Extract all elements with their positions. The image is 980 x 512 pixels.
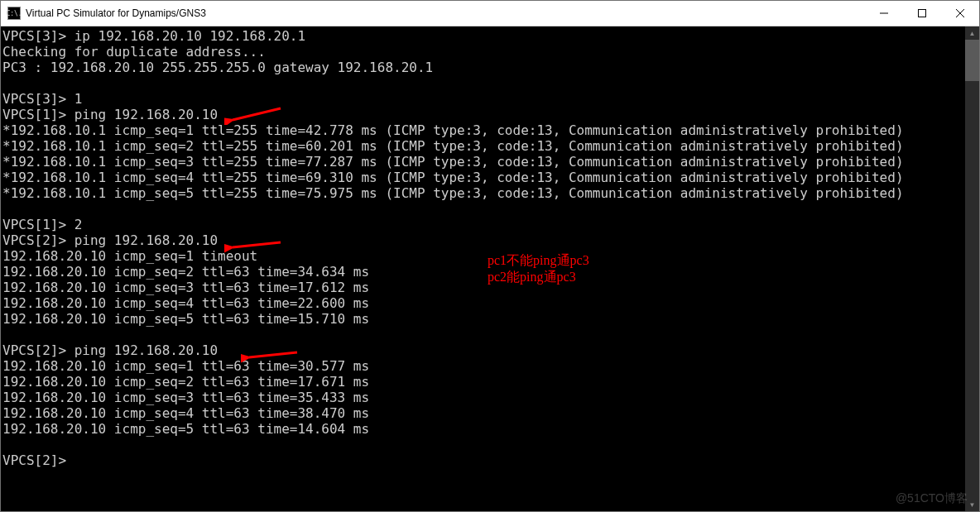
close-button[interactable] [941, 1, 979, 26]
scroll-thumb[interactable] [965, 40, 979, 81]
title-left: C:\. Virtual PC Simulator for Dynamips/G… [1, 7, 206, 20]
app-window: C:\. Virtual PC Simulator for Dynamips/G… [0, 0, 980, 512]
scroll-up-arrow-icon[interactable]: ▲ [965, 26, 979, 40]
vertical-scrollbar[interactable]: ▲ ▼ [965, 26, 979, 511]
minimize-icon [880, 9, 888, 17]
window-title: Virtual PC Simulator for Dynamips/GNS3 [26, 7, 206, 19]
svg-rect-1 [919, 10, 926, 17]
minimize-button[interactable] [865, 1, 903, 26]
close-icon [956, 9, 964, 17]
app-icon: C:\. [7, 7, 21, 20]
titlebar[interactable]: C:\. Virtual PC Simulator for Dynamips/G… [1, 1, 979, 26]
annotation-note-1: pc1不能ping通pc3 [488, 252, 589, 269]
terminal[interactable]: VPCS[3]> ip 192.168.20.10 192.168.20.1 C… [1, 26, 965, 511]
maximize-icon [918, 9, 926, 17]
window-controls [865, 1, 979, 26]
maximize-button[interactable] [903, 1, 941, 26]
terminal-wrap: VPCS[3]> ip 192.168.20.10 192.168.20.1 C… [1, 26, 979, 511]
scroll-down-arrow-icon[interactable]: ▼ [965, 498, 979, 511]
annotation-note-2: pc2能ping通pc3 [488, 269, 576, 285]
